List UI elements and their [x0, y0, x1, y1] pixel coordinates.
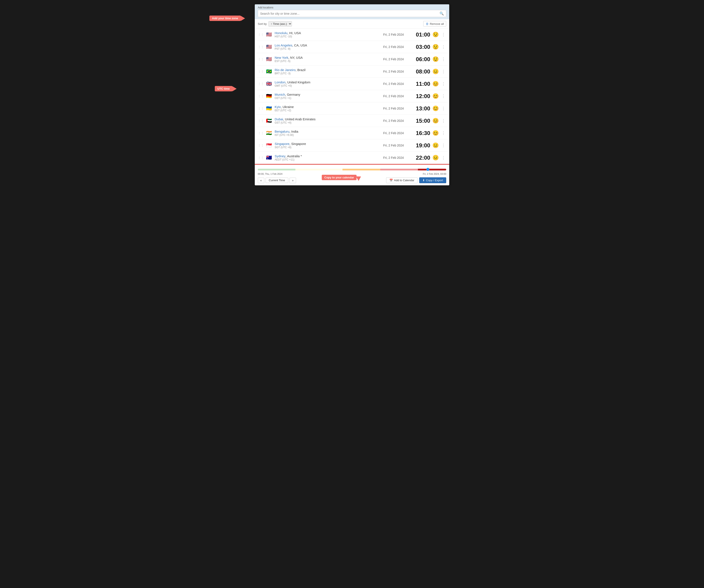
- location-tz: AEDT (UTC +11): [275, 158, 378, 161]
- more-menu-button[interactable]: ⋮: [441, 143, 446, 148]
- mood-icon: 😐: [432, 142, 439, 148]
- flag-icon: 🇺🇸: [266, 44, 273, 50]
- location-name: Dubai, United Arab Emirates: [275, 117, 378, 121]
- action-buttons: 📅 Add to Calendar ⬇ Copy / Export: [386, 177, 446, 183]
- flag-icon: 🇸🇬: [266, 143, 273, 148]
- more-menu-button[interactable]: ⋮: [441, 81, 446, 87]
- mood-icon: 😊: [432, 130, 439, 136]
- drag-handle: ⋮⋮: [258, 58, 264, 61]
- location-info: Bengaluru, India IST (UTC +5:30): [275, 130, 378, 136]
- calendar-icon: 📅: [390, 179, 393, 182]
- mood-icon: 😊: [432, 106, 439, 112]
- location-name: Los Angeles, CA, USA: [275, 44, 378, 47]
- flag-icon: 🇺🇦: [266, 106, 273, 111]
- annotation-copy-calendar: Copy to your calendar: [322, 175, 361, 180]
- location-name: Rio de Janeiro, Brazil: [275, 68, 378, 72]
- timeline-section: 00:00, Thu, 1 Feb 2024 Fri, 2 Feb 2024, …: [255, 165, 449, 176]
- location-row: ⋮⋮ 🇺🇸 New York, NY, USA EST (UTC -5) Fri…: [255, 53, 449, 65]
- location-tz: HST (UTC -10): [275, 35, 378, 38]
- mood-icon: 😟: [432, 44, 439, 50]
- city-link[interactable]: Dubai: [275, 117, 283, 121]
- location-info: Dubai, United Arab Emirates GST (UTC +4): [275, 117, 378, 124]
- city-link[interactable]: Singapore: [275, 142, 289, 146]
- location-tz: EET (UTC +2): [275, 109, 378, 112]
- location-row: ⋮⋮ 🇺🇦 Kyiv, Ukraine EET (UTC +2) Fri, 2 …: [255, 103, 449, 115]
- location-tz: GST (UTC +4): [275, 121, 378, 124]
- location-info: London, United Kingdom GMT (UTC +0): [275, 80, 378, 87]
- arrow-right-utc-icon: [232, 86, 237, 91]
- more-menu-button[interactable]: ⋮: [441, 44, 446, 50]
- location-tz: EST (UTC -5): [275, 60, 378, 63]
- location-info: Honolulu, HI, USA HST (UTC -10): [275, 31, 378, 38]
- flag-icon: 🇬🇧: [266, 81, 273, 87]
- city-link[interactable]: Munich: [275, 93, 285, 96]
- timeline-label-right: Fri, 2 Feb 2024, 03:00: [423, 173, 446, 175]
- drag-handle: ⋮⋮: [258, 94, 264, 98]
- prev-button[interactable]: «: [258, 178, 264, 183]
- location-date: Fri, 2 Feb 2024: [378, 156, 409, 159]
- location-row: ⋮⋮ 🇮🇳 Bengaluru, India IST (UTC +5:30) F…: [255, 127, 449, 139]
- drag-handle: ⋮⋮: [258, 131, 264, 135]
- next-button[interactable]: »: [290, 178, 296, 183]
- location-name: Sydney, Australia *: [275, 154, 378, 158]
- drag-handle: ⋮⋮: [258, 107, 264, 110]
- location-info: New York, NY, USA EST (UTC -5): [275, 56, 378, 63]
- add-to-calendar-button[interactable]: 📅 Add to Calendar: [386, 177, 417, 183]
- mood-icon: 😐: [432, 68, 439, 74]
- location-row: ⋮⋮ 🇧🇷 Rio de Janeiro, Brazil BRT (UTC -3…: [255, 65, 449, 78]
- add-calendar-label: Add to Calendar: [394, 179, 414, 182]
- flag-icon: 🇦🇪: [266, 118, 273, 124]
- city-link[interactable]: Los Angeles: [275, 44, 292, 47]
- city-link[interactable]: London: [275, 80, 285, 84]
- remove-all-button[interactable]: 🗑 Remove all: [423, 21, 446, 26]
- more-menu-button[interactable]: ⋮: [441, 56, 446, 62]
- search-icon: 🔍: [439, 11, 444, 15]
- location-row: ⋮⋮ 🇸🇬 Singapore, Singapore SGT (UTC +8) …: [255, 139, 449, 152]
- drag-handle: ⋮⋮: [258, 70, 264, 73]
- flag-icon: 🇺🇸: [266, 56, 273, 62]
- copy-calendar-label: Copy to your calendar: [322, 175, 357, 180]
- copy-export-label: Copy / Export: [426, 179, 443, 182]
- location-time: 03:00: [409, 44, 430, 50]
- timeline-bar: [258, 169, 446, 171]
- location-row: ⋮⋮ 🇺🇸 Los Angeles, CA, USA PST (UTC -8) …: [255, 41, 449, 53]
- location-info: Singapore, Singapore SGT (UTC +8): [275, 142, 378, 149]
- search-box[interactable]: 🔍: [258, 10, 446, 17]
- more-menu-button[interactable]: ⋮: [441, 69, 446, 74]
- mood-icon: 😊: [432, 93, 439, 99]
- location-row: ⋮⋮ 🇩🇪 Munich, Germany CET (UTC +1) Fri, …: [255, 90, 449, 103]
- location-date: Fri, 2 Feb 2024: [378, 70, 409, 73]
- remove-all-label: Remove all: [430, 22, 444, 25]
- mood-icon: 😟: [432, 56, 439, 62]
- location-date: Fri, 2 Feb 2024: [378, 58, 409, 61]
- location-date: Fri, 2 Feb 2024: [378, 94, 409, 98]
- more-menu-button[interactable]: ⋮: [441, 93, 446, 99]
- location-row: ⋮⋮ 🇦🇪 Dubai, United Arab Emirates GST (U…: [255, 115, 449, 127]
- flag-icon: 🇺🇸: [266, 32, 273, 38]
- location-name: Kyiv, Ukraine: [275, 105, 378, 109]
- more-menu-button[interactable]: ⋮: [441, 155, 446, 160]
- more-menu-button[interactable]: ⋮: [441, 32, 446, 38]
- city-link[interactable]: New York: [275, 56, 288, 59]
- city-link[interactable]: Rio de Janeiro: [275, 68, 296, 72]
- sort-select[interactable]: ↑ Time (asc.): [269, 21, 292, 26]
- location-time: 19:00: [409, 142, 430, 149]
- more-menu-button[interactable]: ⋮: [441, 118, 446, 124]
- sort-label: Sort by: [258, 22, 267, 25]
- city-link[interactable]: Kyiv: [275, 105, 281, 109]
- more-menu-button[interactable]: ⋮: [441, 130, 446, 136]
- location-time: 16:30: [409, 130, 430, 136]
- location-row: ⋮⋮ 🇺🇸 Honolulu, HI, USA HST (UTC -10) Fr…: [255, 28, 449, 41]
- location-list: ⋮⋮ 🇺🇸 Honolulu, HI, USA HST (UTC -10) Fr…: [255, 28, 449, 164]
- search-input[interactable]: [260, 12, 439, 15]
- more-menu-button[interactable]: ⋮: [441, 106, 446, 111]
- location-name: Honolulu, HI, USA: [275, 31, 378, 35]
- location-time: 01:00: [409, 31, 430, 38]
- city-link[interactable]: Bengaluru: [275, 130, 289, 133]
- city-link[interactable]: Honolulu: [275, 31, 287, 35]
- city-link[interactable]: Sydney: [275, 154, 285, 158]
- copy-export-button[interactable]: ⬇ Copy / Export: [419, 177, 446, 183]
- location-info: Rio de Janeiro, Brazil BRT (UTC -3): [275, 68, 378, 75]
- current-time-button[interactable]: Current Time: [266, 178, 288, 183]
- mood-icon: 😊: [432, 118, 439, 124]
